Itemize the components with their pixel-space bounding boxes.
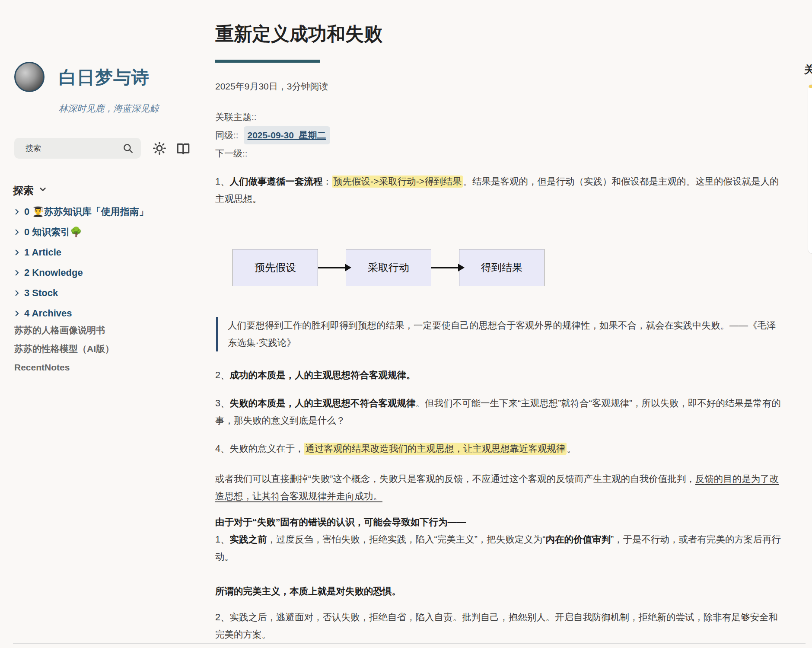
reading-book-icon[interactable]: [176, 141, 191, 158]
chevron-down-icon: [38, 185, 48, 197]
paragraph-1: 1、人们做事遵循一套流程：预先假设->采取行动->得到结果。结果是客观的，但是行…: [215, 173, 784, 207]
frontmatter-fields: 关联主题:: 同级:: 2025-09-30_星期二 下一级::: [215, 108, 330, 163]
paragraph-4: 4、失败的意义在于，通过客观的结果改造我们的主观思想，让主观思想靠近客观规律。: [215, 440, 784, 457]
tree-item-stock[interactable]: 3 Stock: [13, 283, 149, 303]
text-segment: 实践之前: [229, 534, 267, 545]
chevron-right-icon: [13, 269, 21, 277]
article-meta: 2025年9月30日，3分钟阅读: [215, 80, 328, 93]
text-segment: 失败的本质是，人的主观思想不符合客观规律: [229, 398, 415, 409]
tree-item-guide[interactable]: 0 👨‍🎓苏苏知识库「使用指南」: [13, 201, 149, 222]
text-segment: 1、: [215, 534, 229, 545]
text-segment: 。: [567, 444, 576, 454]
tree-item-archives[interactable]: 4 Archives: [13, 303, 149, 323]
text-segment: 通过客观的结果改造我们的主观思想，让主观思想靠近客观规律: [304, 443, 567, 455]
right-panel-card[interactable]: [808, 84, 812, 254]
tree-item-article[interactable]: 1 Article: [13, 242, 149, 262]
chevron-right-icon: [13, 289, 21, 297]
tree-item-label: 4 Archives: [24, 308, 72, 319]
tree-item-knowledge[interactable]: 2 Knowledge: [13, 262, 149, 283]
blockquote-mao: 人们要想得到工作的胜利即得到预想的结果，一定要使自己的思想合于客观外界的规律性，…: [216, 317, 778, 351]
text-segment: 人们做事遵循一套流程: [229, 176, 322, 187]
site-title[interactable]: 白日梦与诗: [59, 66, 150, 89]
text-segment: 2、实践之后，逃避面对，否认失败，拒绝自省，陷入自责。批判自己，抱怨别人。开启自…: [215, 612, 778, 640]
nav-item-recent-notes[interactable]: RecentNotes: [14, 358, 114, 377]
text-segment: 所谓的完美主义，本质上就是对失败的恐惧。: [215, 586, 401, 597]
tree-item-label: 0 知识索引🌳: [24, 226, 82, 239]
article-main: 重新定义成功和失败 2025年9月30日，3分钟阅读 关联主题:: 同级:: 2…: [215, 0, 784, 648]
sibling-field: 同级:: 2025-09-30_星期二: [215, 126, 330, 144]
nav-tree: 0 👨‍🎓苏苏知识库「使用指南」 0 知识索引🌳 1 Article 2 Kno…: [13, 201, 149, 323]
tree-item-label: 1 Article: [24, 247, 61, 258]
flow-arrow-icon: [318, 267, 346, 268]
search-icon[interactable]: [122, 143, 134, 156]
text-segment: 内在的价值审判: [545, 534, 611, 545]
theme-toggle-sun-icon[interactable]: [152, 141, 167, 157]
flow-node-result: 得到结果: [459, 249, 545, 286]
tree-item-index[interactable]: 0 知识索引🌳: [13, 222, 149, 242]
sibling-date-link[interactable]: 2025-09-30_星期二: [244, 126, 330, 144]
text-segment: ，过度反刍，害怕失败，拒绝实践，陷入“完美主义”，把失败定义为“: [267, 534, 545, 545]
paragraph-6: 由于对于“失败”固有的错误的认识，可能会导致如下行为——: [215, 514, 784, 531]
bottom-divider: [13, 643, 806, 644]
related-topics-field: 关联主题::: [215, 108, 330, 126]
flowchart: 预先假设 采取行动 得到结果: [232, 249, 545, 286]
text-segment: 1、: [215, 176, 229, 187]
text-segment: 或者我们可以直接删掉“失败”这个概念，失败只是客观的反馈，不应通过这个客观的反馈…: [215, 474, 695, 484]
child-field: 下一级::: [215, 144, 330, 163]
explore-section-header[interactable]: 探索: [13, 184, 48, 198]
flow-node-hypothesis: 预先假设: [232, 249, 318, 286]
explore-label: 探索: [13, 184, 34, 198]
chevron-right-icon: [13, 310, 21, 317]
page-title: 重新定义成功和失败: [215, 22, 382, 47]
text-segment: 4、失败的意义在于，: [215, 444, 304, 454]
right-panel-title-partial: 关: [804, 63, 812, 77]
tree-item-label: 0 👨‍🎓苏苏知识库「使用指南」: [24, 205, 149, 218]
flow-arrow-icon: [431, 267, 459, 268]
paragraph-8: 所谓的完美主义，本质上就是对失败的恐惧。: [215, 583, 784, 600]
avatar[interactable]: [14, 62, 45, 92]
sibling-label: 同级::: [215, 130, 239, 140]
paragraph-3: 3、失败的本质是，人的主观思想不符合客观规律。但我们不可能一生下来“主观思想”就…: [215, 395, 784, 429]
text-segment: 3、: [215, 398, 229, 409]
text-segment: 由于对于“失败”固有的错误的认识，可能会导致如下行为——: [215, 517, 466, 527]
nav-item-persona-doc[interactable]: 苏苏的人格画像说明书: [14, 321, 114, 339]
paragraph-5: 或者我们可以直接删掉“失败”这个概念，失败只是客观的反馈，不应通过这个客观的反馈…: [215, 470, 784, 505]
site-tagline: 林深时见鹿，海蓝深见鲸: [59, 102, 159, 115]
tree-item-label: 2 Knowledge: [24, 267, 83, 278]
paragraph-2: 2、成功的本质是，人的主观思想符合客观规律。: [215, 367, 784, 384]
chevron-right-icon: [13, 208, 21, 216]
paragraph-9: 2、实践之后，逃避面对，否认失败，拒绝自省，陷入自责。批判自己，抱怨别人。开启自…: [215, 609, 784, 643]
title-underline: [215, 60, 320, 63]
text-segment: 预先假设->采取行动->得到结果: [332, 176, 463, 188]
sidebar: 白日梦与诗 林深时见鹿，海蓝深见鲸 探索 0 �: [0, 0, 203, 648]
text-segment: 成功的本质是，人的主观思想符合客观规律。: [229, 370, 415, 380]
nav-item-character-model[interactable]: 苏苏的性格模型（AI版）: [14, 339, 114, 358]
paragraph-7: 1、实践之前，过度反刍，害怕失败，拒绝实践，陷入“完美主义”，把失败定义为“内在…: [215, 531, 784, 565]
chevron-right-icon: [13, 228, 21, 236]
nav-plain-list: 苏苏的人格画像说明书 苏苏的性格模型（AI版） RecentNotes: [14, 321, 114, 377]
flow-node-action: 采取行动: [346, 249, 431, 286]
text-segment: ：: [322, 176, 332, 187]
text-segment: 2、: [215, 370, 229, 380]
right-panel-highlight-mark: [809, 85, 812, 88]
tree-item-label: 3 Stock: [24, 287, 58, 299]
chevron-right-icon: [13, 249, 21, 256]
